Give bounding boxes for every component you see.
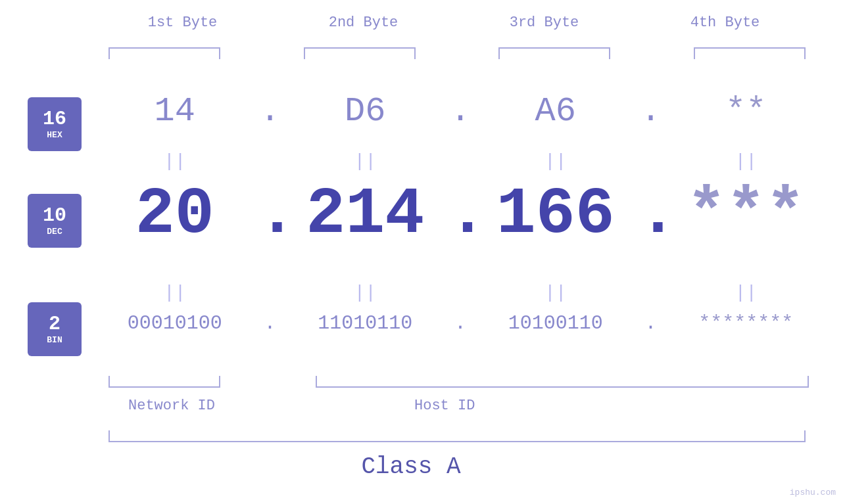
eq-1-1: ||: [92, 151, 258, 172]
top-bracket-4: [694, 47, 806, 59]
bin-dot-3: .: [639, 312, 664, 334]
class-label: Class A: [0, 453, 822, 480]
top-brackets: [109, 47, 806, 59]
bin-dot-1: .: [258, 312, 283, 334]
watermark: ipshu.com: [790, 488, 836, 497]
hex-value-1: 14: [92, 92, 258, 131]
byte-header-2: 2nd Byte: [273, 14, 454, 31]
hex-dot-3: .: [639, 92, 664, 131]
eq-1-3: ||: [473, 151, 639, 172]
eq-2-1: ||: [92, 283, 258, 303]
bin-value-3: 10100110: [473, 312, 639, 334]
bin-value-1: 00010100: [92, 312, 258, 334]
dec-base-number: 10: [43, 205, 66, 227]
top-bracket-2: [304, 47, 416, 59]
class-a-bracket: [109, 430, 806, 442]
hex-value-4: **: [664, 92, 829, 131]
eq-1-4: ||: [664, 151, 829, 172]
host-bracket: [316, 376, 809, 388]
dec-value-3: 166: [473, 177, 639, 252]
bin-base-number: 2: [49, 313, 60, 335]
hex-dot-2: .: [448, 92, 473, 131]
dec-dot-2: .: [448, 177, 473, 252]
bin-values-row: 00010100 . 11010110 . 10100110 . *******…: [92, 312, 829, 334]
byte-header-4: 4th Byte: [635, 14, 815, 31]
equals-row-1: || || || ||: [92, 151, 829, 172]
hex-value-2: D6: [283, 92, 448, 131]
hex-base-label: HEX: [47, 130, 62, 140]
dec-base-label: DEC: [47, 227, 62, 237]
eq-2-3: ||: [473, 283, 639, 303]
dec-value-1: 20: [92, 177, 258, 252]
bin-value-2: 11010110: [283, 312, 448, 334]
bin-value-4: ********: [664, 312, 829, 334]
dec-value-2: 214: [283, 177, 448, 252]
hex-base-number: 16: [43, 108, 66, 130]
bin-badge: 2 BIN: [28, 302, 82, 356]
top-bracket-3: [498, 47, 610, 59]
dec-dot-3: .: [639, 177, 664, 252]
dec-badge: 10 DEC: [28, 194, 82, 248]
bot-bracket-1: [109, 376, 220, 388]
eq-2-2: ||: [283, 283, 448, 303]
eq-2-4: ||: [664, 283, 829, 303]
host-id-label: Host ID: [414, 398, 475, 414]
hex-badge: 16 HEX: [28, 97, 82, 151]
top-bracket-1: [109, 47, 220, 59]
eq-1-2: ||: [283, 151, 448, 172]
equals-row-2: || || || ||: [92, 283, 829, 303]
hex-value-3: A6: [473, 92, 639, 131]
byte-header-1: 1st Byte: [92, 14, 273, 31]
dec-value-4: ***: [664, 177, 829, 252]
bin-dot-2: .: [448, 312, 473, 334]
dec-dot-1: .: [258, 177, 283, 252]
byte-headers-row: 1st Byte 2nd Byte 3rd Byte 4th Byte: [92, 14, 815, 31]
bin-base-label: BIN: [47, 335, 62, 345]
byte-header-3: 3rd Byte: [454, 14, 635, 31]
network-id-label: Network ID: [128, 398, 215, 414]
hex-values-row: 14 . D6 . A6 . **: [92, 92, 829, 131]
hex-dot-1: .: [258, 92, 283, 131]
dec-values-row: 20 . 214 . 166 . ***: [92, 177, 829, 252]
